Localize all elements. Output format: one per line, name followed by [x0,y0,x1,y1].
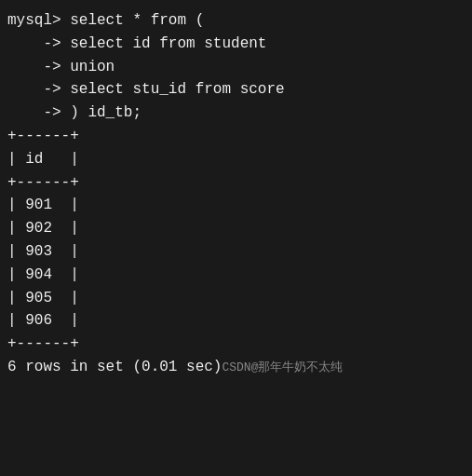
table-separator-mid: +------+ [7,171,465,195]
table-row-6: | 906 | [7,309,465,333]
terminal: mysql> select * from ( -> select id from… [0,0,472,476]
terminal-line-1: mysql> select * from ( [7,9,465,33]
table-row-3: | 903 | [7,240,465,264]
table-row-4: | 904 | [7,264,465,287]
table-row-5: | 905 | [7,287,465,310]
terminal-line-5: -> ) id_tb; [7,102,465,125]
table-separator-top: +------+ [7,125,465,148]
terminal-line-2: -> select id from student [7,33,465,56]
table-header: | id | [7,148,465,171]
table-row-1: | 901 | [7,194,465,217]
table-separator-bottom: +------+ [7,333,465,356]
terminal-line-3: -> union [7,56,465,79]
terminal-line-4: -> select stu_id from score [7,78,465,102]
table-row-2: | 902 | [7,217,465,240]
result-summary: 6 rows in set (0.01 sec)CSDN@那年牛奶不太纯 [7,356,465,379]
watermark: CSDN@那年牛奶不太纯 [222,360,343,374]
